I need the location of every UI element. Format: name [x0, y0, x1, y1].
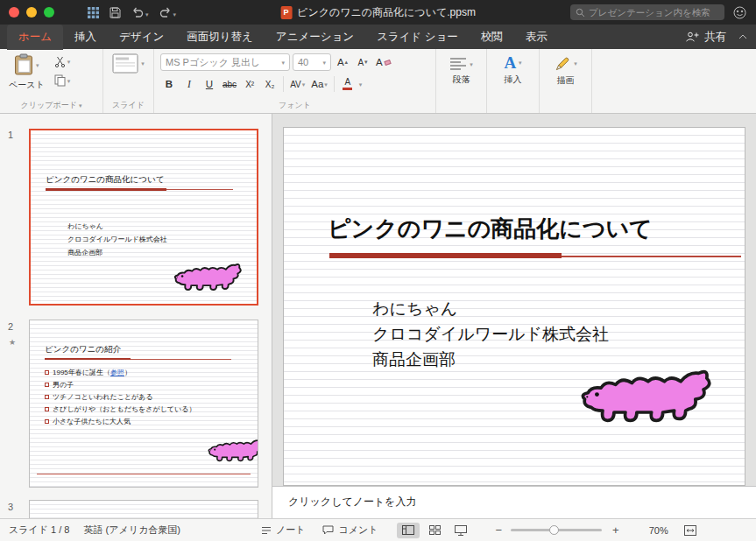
- notes-toggle[interactable]: ノート: [261, 523, 306, 537]
- language-indicator[interactable]: 英語 (アメリカ合衆国): [84, 523, 180, 537]
- zoom-slider[interactable]: [511, 529, 602, 531]
- notes-lines-icon: [261, 526, 272, 535]
- font-color-swatch: [343, 88, 352, 90]
- shrink-font-button[interactable]: A▾: [354, 53, 371, 71]
- bullet-text: 男の子: [53, 380, 74, 390]
- notes-toggle-label: ノート: [276, 523, 306, 537]
- notes-pane[interactable]: クリックしてノートを入力: [272, 486, 756, 518]
- minimize-button[interactable]: [26, 7, 37, 18]
- tab-slideshow[interactable]: スライド ショー: [365, 25, 470, 50]
- tab-review[interactable]: 校閲: [470, 25, 514, 50]
- save-icon[interactable]: [110, 7, 121, 18]
- zoom-in-button[interactable]: +: [612, 523, 619, 537]
- close-button[interactable]: [9, 7, 19, 18]
- search-icon: [576, 8, 585, 18]
- paste-button[interactable]: ▾ ペースト: [6, 53, 47, 91]
- caret-down-icon[interactable]: ▾: [359, 81, 363, 88]
- normal-view-icon: [402, 525, 414, 535]
- font-name-combo[interactable]: MS Pゴシック 見出し ▾: [160, 53, 290, 71]
- red-square-bullet-icon: [45, 383, 49, 387]
- comments-toggle-label: コメント: [338, 523, 378, 537]
- thumbnail-slide-1[interactable]: ピンクのワニの商品化について わにちゃん クロコダイルワールド株式会社 商品企画…: [29, 129, 258, 306]
- red-square-bullet-icon: [45, 370, 49, 375]
- pencil-icon: [554, 55, 571, 72]
- grow-font-label: A: [337, 57, 344, 67]
- apps-grid-icon[interactable]: [88, 7, 99, 18]
- caret-down-icon: ▾: [67, 59, 71, 65]
- slide-thumbnail-panel: 1 2 ★ 3 ピンクのワニの商品化について わにちゃん クロコダイルワールド株…: [0, 114, 272, 518]
- font-size-combo[interactable]: 40 ▾: [293, 53, 331, 71]
- collapse-ribbon-icon[interactable]: [738, 34, 747, 39]
- slide-title-textbox[interactable]: ピンクのワニの商品化について: [328, 214, 653, 244]
- search-box[interactable]: [570, 4, 724, 20]
- thumb1-line1: わにちゃん: [67, 220, 167, 233]
- bold-button[interactable]: B: [160, 75, 178, 93]
- slideshow-view-button[interactable]: [449, 523, 472, 538]
- copy-button[interactable]: ▾: [54, 74, 71, 87]
- font-size-value: 40: [298, 57, 308, 67]
- slide-group-label[interactable]: スライド: [112, 100, 145, 111]
- clear-formatting-button[interactable]: A: [374, 53, 392, 71]
- zoom-slider-track[interactable]: [511, 529, 602, 531]
- animation-star-icon: ★: [9, 338, 16, 347]
- underline-button[interactable]: U: [201, 75, 218, 93]
- strikethrough-button[interactable]: abc: [221, 75, 238, 93]
- title-underline-bar: [46, 188, 166, 191]
- tab-design[interactable]: デザイン: [108, 25, 175, 50]
- presentation-search-input[interactable]: [589, 7, 719, 18]
- insert-button[interactable]: A ▾ 挿入: [501, 54, 524, 86]
- font-color-button[interactable]: A: [339, 75, 357, 93]
- slide-canvas[interactable]: ピンクのワニの商品化について わにちゃん クロコダイルワールド株式会社 商品企画…: [283, 127, 745, 486]
- superscript-button[interactable]: X²: [241, 75, 258, 93]
- slide-sorter-view-button[interactable]: [423, 523, 446, 538]
- subscript-button[interactable]: X₂: [261, 75, 279, 93]
- fit-slide-button[interactable]: [684, 525, 696, 536]
- slide-group: ▾ スライド: [103, 49, 154, 113]
- tab-animations[interactable]: アニメーション: [265, 25, 365, 50]
- divider: [283, 76, 284, 92]
- crocodile-drawing[interactable]: [578, 367, 717, 424]
- thumbnail-slide-2[interactable]: ピンクのワニの紹介 1995年春に誕生（参照） 男の子 ツチノコといわれたことが…: [29, 320, 258, 488]
- thumbnail-slide-3[interactable]: [29, 500, 258, 518]
- zoom-slider-knob[interactable]: [549, 525, 559, 535]
- slide-counter: スライド 1 / 8: [9, 523, 70, 537]
- normal-view-button[interactable]: [397, 523, 420, 538]
- cut-button[interactable]: ▾: [54, 56, 71, 67]
- undo-button[interactable]: ▾: [131, 7, 149, 18]
- slideshow-screen-icon: [455, 525, 467, 536]
- redo-button[interactable]: ▾: [159, 7, 177, 18]
- bullet-text: さびしがりや（おともだちをさがしている）: [53, 404, 195, 414]
- comments-toggle[interactable]: コメント: [322, 523, 378, 537]
- tab-view[interactable]: 表示: [514, 25, 559, 50]
- draw-button[interactable]: ▾ 描画: [551, 55, 580, 87]
- zoom-window-button[interactable]: [44, 7, 54, 18]
- tab-transitions[interactable]: 画面切り替え: [175, 25, 265, 50]
- new-slide-button[interactable]: ▾: [110, 53, 147, 74]
- bullet-text: 1995年春に誕生（: [53, 369, 110, 376]
- scissors-icon: [54, 56, 66, 67]
- zoom-out-button[interactable]: −: [495, 523, 502, 537]
- feedback-smiley-icon[interactable]: [733, 6, 746, 19]
- clipboard-group-label[interactable]: クリップボード: [21, 100, 77, 111]
- bullet-item: 1995年春に誕生（参照）: [45, 366, 195, 378]
- share-button[interactable]: 共有: [685, 30, 726, 45]
- thumb1-body: わにちゃん クロコダイルワールド株式会社 商品企画部: [67, 220, 167, 259]
- window-controls: [9, 7, 54, 18]
- font-group-label[interactable]: フォント: [279, 100, 311, 111]
- change-case-button[interactable]: Aa▾: [309, 75, 329, 93]
- slide-layout-icon: [112, 53, 138, 74]
- subtitle-line2: クロコダイルワールド株式会社: [372, 321, 609, 347]
- eraser-icon: [384, 59, 391, 65]
- grid-view-icon: [429, 525, 441, 535]
- character-spacing-button[interactable]: AV▾: [288, 75, 307, 93]
- zoom-percent[interactable]: 70%: [649, 525, 668, 536]
- ribbon-tab-bar: ホーム 挿入 デザイン 画面切り替え アニメーション スライド ショー 校閲 表…: [0, 25, 756, 49]
- italic-button[interactable]: I: [180, 75, 198, 93]
- status-bar: スライド 1 / 8 英語 (アメリカ合衆国) ノート コメント: [0, 518, 756, 541]
- paragraph-button[interactable]: ▾ 段落: [447, 57, 476, 86]
- window-title: P ピンクのワニの商品化について.ppsm: [280, 5, 476, 20]
- tab-home[interactable]: ホーム: [7, 25, 63, 50]
- tab-insert[interactable]: 挿入: [63, 25, 108, 50]
- slide-subtitle-textbox[interactable]: わにちゃん クロコダイルワールド株式会社 商品企画部: [372, 296, 609, 372]
- grow-font-button[interactable]: A▴: [334, 53, 351, 71]
